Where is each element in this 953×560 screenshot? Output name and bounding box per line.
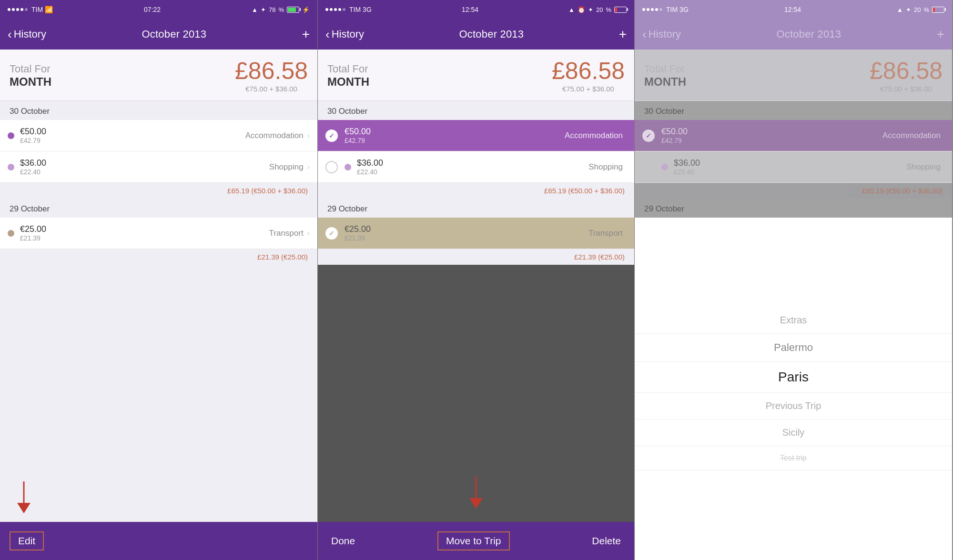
trip-option-paris[interactable]: Paris xyxy=(635,362,952,393)
total-label-3: Total For MONTH xyxy=(644,63,686,89)
status-right-1: ▲ ✦ 78% ⚡ xyxy=(252,6,310,13)
expense-item-shopping-2[interactable]: $36.00 £22.40 Shopping xyxy=(318,151,634,183)
add-button-1[interactable]: + xyxy=(302,28,310,41)
svg-marker-1 xyxy=(17,503,30,513)
carrier-2: TIM xyxy=(349,6,361,13)
bluetooth-icon-3: ✦ xyxy=(906,6,911,13)
expense-main-s2: $36.00 xyxy=(357,158,588,168)
expense-amounts-a3: €50.00 £42.79 xyxy=(661,127,882,144)
total-label-2: Total For MONTH xyxy=(327,63,369,89)
nav-bar-1: ‹ History October 2013 + xyxy=(0,19,317,50)
location-icon-1: ▲ xyxy=(252,6,258,13)
total-label-1: Total For MONTH xyxy=(10,63,51,89)
total-sub-3: €75.00 + $36.00 xyxy=(870,85,943,93)
day-total-29oct-1: £21.39 (€25.00) xyxy=(0,249,317,265)
total-sub-1: €75.00 + $36.00 xyxy=(235,85,308,93)
day-total-29oct-2: £21.39 (€25.00) xyxy=(318,249,634,265)
total-amount-3: £86.58 xyxy=(870,59,943,83)
bluetooth-icon-1: ✦ xyxy=(261,6,266,13)
battery-pct-2: 20 xyxy=(596,6,603,13)
carrier-3: TIM xyxy=(666,6,678,13)
expense-cat-1: Accommodation xyxy=(245,131,304,140)
add-button-2[interactable]: + xyxy=(619,28,627,41)
expense-item-shopping-1[interactable]: $36.00 £22.40 Shopping › xyxy=(0,151,317,183)
bottom-bar-1: Edit xyxy=(0,522,317,560)
expense-item-transport-1[interactable]: €25.00 £21.39 Transport › xyxy=(0,218,317,249)
carrier-1: TIM xyxy=(31,6,43,13)
status-bar-1: TIM 📶 07:22 ▲ ✦ 78% ⚡ xyxy=(0,0,317,19)
alarm-icon-2: ⏰ xyxy=(578,6,585,13)
nav-bar-3: ‹ History October 2013 + xyxy=(635,19,952,50)
location-icon-2: ▲ xyxy=(568,6,575,13)
battery-icon-3 xyxy=(932,7,944,13)
trip-option-palermo[interactable]: Palermo xyxy=(635,334,952,362)
expense-amounts-1: €50.00 £42.79 xyxy=(20,127,245,144)
expense-sec-a3: £42.79 xyxy=(661,137,882,144)
expense-amounts-s1: $36.00 £22.40 xyxy=(20,158,269,176)
dimmed-content-3: Total For MONTH £86.58 €75.00 + $36.00 3… xyxy=(635,50,952,218)
nav-bar-2: ‹ History October 2013 + xyxy=(318,19,634,50)
expense-amounts-s3: $36.00 £22.40 xyxy=(674,158,906,176)
expense-item-shopping-3: $36.00 £22.40 Shopping xyxy=(635,151,952,183)
total-amount-col-1: £86.58 €75.00 + $36.00 xyxy=(235,59,308,93)
expense-item-accommodation-1[interactable]: €50.00 £42.79 Accommodation › xyxy=(0,120,317,151)
panel-2: TIM 3G 12:54 ▲ ⏰ ✦ 20% ‹ History October… xyxy=(317,0,635,560)
date-header-29oct-2: 29 October xyxy=(318,199,634,218)
total-amount-1: £86.58 xyxy=(235,59,308,83)
expense-cat-a3: Accommodation xyxy=(882,131,941,140)
expense-item-accommodation-2[interactable]: €50.00 £42.79 Accommodation xyxy=(318,120,634,151)
back-button-2[interactable]: ‹ History xyxy=(325,27,364,42)
expense-sec-a2: £42.79 xyxy=(345,137,565,144)
back-label-2: History xyxy=(332,28,364,40)
total-amount-col-2: £86.58 €75.00 + $36.00 xyxy=(552,59,625,93)
back-label-3: History xyxy=(649,28,681,40)
expense-main-t2: €25.00 xyxy=(345,224,588,234)
select-circle-shop-3 xyxy=(642,161,655,173)
expense-item-accommodation-3: €50.00 £42.79 Accommodation xyxy=(635,120,952,151)
expense-sec-s3: £22.40 xyxy=(674,168,906,176)
trip-option-extras[interactable]: Extras xyxy=(635,307,952,334)
back-button-3[interactable]: ‹ History xyxy=(642,27,681,42)
expense-amounts-t1: €25.00 £21.39 xyxy=(20,224,269,242)
wifi-icon-1: 📶 xyxy=(45,6,53,13)
category-dot-lp-1 xyxy=(8,164,14,170)
total-section-1: Total For MONTH £86.58 €75.00 + $36.00 xyxy=(0,50,317,101)
trip-picker-3: Extras Palermo Paris Previous Trip Sicil… xyxy=(635,218,952,560)
back-button-1[interactable]: ‹ History xyxy=(8,27,46,42)
back-chevron-1: ‹ xyxy=(8,27,12,42)
battery-pct-1: 78 xyxy=(269,6,275,13)
location-icon-3: ▲ xyxy=(897,6,903,13)
bluetooth-icon-2: ✦ xyxy=(588,6,593,13)
expense-item-transport-2[interactable]: €25.00 £21.39 Transport xyxy=(318,218,634,249)
expense-sec-1: £42.79 xyxy=(20,137,245,144)
signal-dots-3 xyxy=(642,8,662,11)
category-dot-tan-1 xyxy=(8,230,14,237)
status-left-3: TIM 3G xyxy=(642,6,689,13)
add-button-3[interactable]: + xyxy=(937,28,944,41)
battery-icon-2 xyxy=(614,7,627,13)
trip-option-testtrip[interactable]: Test trip xyxy=(635,446,952,470)
day-total-30oct-2: £65.19 (€50.00 + $36.00) xyxy=(318,183,634,199)
chevron-icon-t1: › xyxy=(307,229,310,238)
done-button-2[interactable]: Done xyxy=(327,531,359,550)
delete-button-2[interactable]: Delete xyxy=(588,531,625,550)
trip-option-previous[interactable]: Previous Trip xyxy=(635,393,952,420)
panel-3: TIM 3G 12:54 ▲ ✦ 20% ‹ History October 2… xyxy=(635,0,952,560)
move-to-trip-button-2[interactable]: Move to Trip xyxy=(437,531,510,550)
arrow-down-1 xyxy=(14,479,38,517)
expense-cat-t1: Transport xyxy=(269,229,304,238)
check-circle-trans-2 xyxy=(325,227,338,240)
expense-cat-s3: Shopping xyxy=(906,162,941,172)
chevron-icon-1: › xyxy=(307,131,310,140)
network-2: 3G xyxy=(363,6,372,13)
chevron-icon-s1: › xyxy=(307,163,310,171)
svg-marker-3 xyxy=(469,498,483,509)
trip-option-sicily[interactable]: Sicily xyxy=(635,420,952,446)
status-left-2: TIM 3G xyxy=(325,6,372,13)
edit-button-1[interactable]: Edit xyxy=(10,531,44,550)
select-circle-shop-2 xyxy=(325,161,338,173)
nav-title-3: October 2013 xyxy=(777,28,841,40)
expense-main-1: €50.00 xyxy=(20,127,245,137)
date-header-30oct-1: 30 October xyxy=(0,101,317,120)
total-section-3: Total For MONTH £86.58 €75.00 + $36.00 xyxy=(635,50,952,101)
